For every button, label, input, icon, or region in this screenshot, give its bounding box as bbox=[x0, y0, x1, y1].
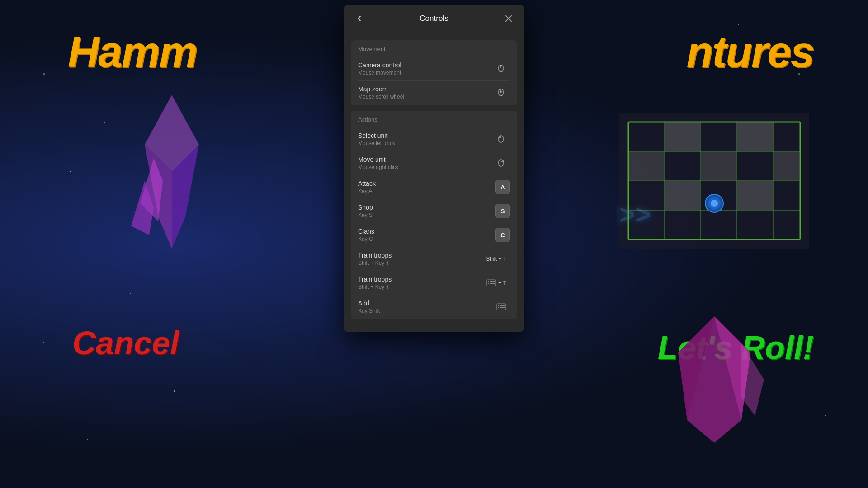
svg-rect-34 bbox=[499, 160, 503, 166]
move-unit-key: Mouse right click bbox=[358, 164, 398, 170]
clans-badge: C bbox=[495, 228, 510, 242]
add-item: Add Key Shift bbox=[358, 295, 510, 314]
select-unit-item: Select unit Mouse left click bbox=[358, 127, 510, 151]
svg-rect-49 bbox=[498, 307, 499, 308]
clans-name: Clans bbox=[358, 228, 374, 235]
map-zoom-name: Map zoom bbox=[358, 85, 404, 93]
svg-rect-52 bbox=[503, 307, 505, 308]
shop-item: Shop Key S S bbox=[358, 199, 510, 223]
train-troops-1-badge: Shift + T bbox=[482, 252, 510, 266]
attack-info: Attack Key A bbox=[358, 180, 376, 194]
svg-rect-38 bbox=[491, 281, 493, 282]
svg-rect-51 bbox=[501, 307, 503, 308]
move-unit-badge bbox=[492, 156, 510, 170]
map-zoom-badge bbox=[492, 85, 510, 100]
movement-label: Movement bbox=[358, 46, 510, 52]
svg-rect-45 bbox=[498, 305, 499, 306]
svg-rect-36 bbox=[488, 281, 489, 282]
svg-rect-40 bbox=[488, 283, 489, 284]
shop-info: Shop Key S bbox=[358, 204, 373, 218]
dialog-header: Controls bbox=[344, 5, 524, 33]
select-unit-key: Mouse left click bbox=[358, 140, 395, 146]
select-unit-name: Select unit bbox=[358, 132, 395, 139]
attack-badge: A bbox=[495, 180, 510, 194]
movement-section: Movement Camera control Mouse movement bbox=[351, 40, 517, 105]
add-key: Key Shift bbox=[358, 308, 380, 314]
shop-name: Shop bbox=[358, 204, 373, 211]
modal-overlay: Controls Movement Camera control Mouse m… bbox=[0, 0, 868, 488]
actions-label: Actions bbox=[358, 116, 510, 123]
svg-rect-42 bbox=[491, 283, 493, 284]
add-name: Add bbox=[358, 300, 380, 307]
train-troops-2-badge: + T bbox=[483, 276, 510, 290]
select-unit-info: Select unit Mouse left click bbox=[358, 132, 395, 146]
camera-control-info: Camera control Mouse movement bbox=[358, 61, 401, 76]
svg-rect-47 bbox=[501, 305, 503, 306]
controls-dialog: Controls Movement Camera control Mouse m… bbox=[344, 5, 524, 332]
shop-badge: S bbox=[495, 204, 510, 218]
svg-rect-39 bbox=[493, 281, 495, 282]
clans-info: Clans Key C bbox=[358, 228, 374, 242]
clans-item: Clans Key C C bbox=[358, 223, 510, 247]
svg-rect-50 bbox=[500, 307, 501, 308]
svg-rect-46 bbox=[500, 305, 501, 306]
attack-key: Key A bbox=[358, 188, 376, 194]
camera-control-badge bbox=[492, 61, 510, 76]
move-unit-name: Move unit bbox=[358, 156, 398, 163]
map-zoom-item: Map zoom Mouse scroll wheel bbox=[358, 81, 510, 100]
back-button[interactable] bbox=[353, 12, 366, 25]
train-troops-2-info: Train troops Shift + Key T bbox=[358, 276, 392, 290]
train-troops-1-info: Train troops Shift + Key T bbox=[358, 252, 392, 266]
add-info: Add Key Shift bbox=[358, 300, 380, 314]
add-badge bbox=[493, 300, 510, 314]
map-zoom-info: Map zoom Mouse scroll wheel bbox=[358, 85, 404, 100]
camera-control-item: Camera control Mouse movement bbox=[358, 57, 510, 81]
shop-key: Key S bbox=[358, 212, 373, 218]
train-troops-2-key: Shift + Key T bbox=[358, 284, 392, 290]
attack-name: Attack bbox=[358, 180, 376, 187]
close-button[interactable] bbox=[502, 12, 515, 25]
attack-item: Attack Key A A bbox=[358, 175, 510, 199]
svg-rect-43 bbox=[493, 283, 495, 284]
dialog-body: Movement Camera control Mouse movement bbox=[344, 33, 524, 332]
camera-control-name: Camera control bbox=[358, 61, 401, 69]
train-troops-1-key: Shift + Key T bbox=[358, 260, 392, 266]
svg-rect-41 bbox=[490, 283, 491, 284]
svg-rect-37 bbox=[490, 281, 491, 282]
train-troops-2-name: Train troops bbox=[358, 276, 392, 283]
dialog-title: Controls bbox=[420, 14, 448, 23]
actions-section: Actions Select unit Mouse left click bbox=[351, 111, 517, 319]
map-zoom-key: Mouse scroll wheel bbox=[358, 94, 404, 100]
select-unit-badge bbox=[492, 132, 510, 146]
train-troops-2-item: Train troops Shift + Key T bbox=[358, 271, 510, 295]
train-troops-1-item: Train troops Shift + Key T Shift + T bbox=[358, 247, 510, 271]
camera-control-key: Mouse movement bbox=[358, 70, 401, 76]
svg-rect-48 bbox=[503, 305, 505, 306]
clans-key: Key C bbox=[358, 236, 374, 242]
move-unit-info: Move unit Mouse right click bbox=[358, 156, 398, 170]
train-troops-1-name: Train troops bbox=[358, 252, 392, 259]
move-unit-item: Move unit Mouse right click bbox=[358, 151, 510, 175]
svg-point-32 bbox=[500, 91, 502, 93]
